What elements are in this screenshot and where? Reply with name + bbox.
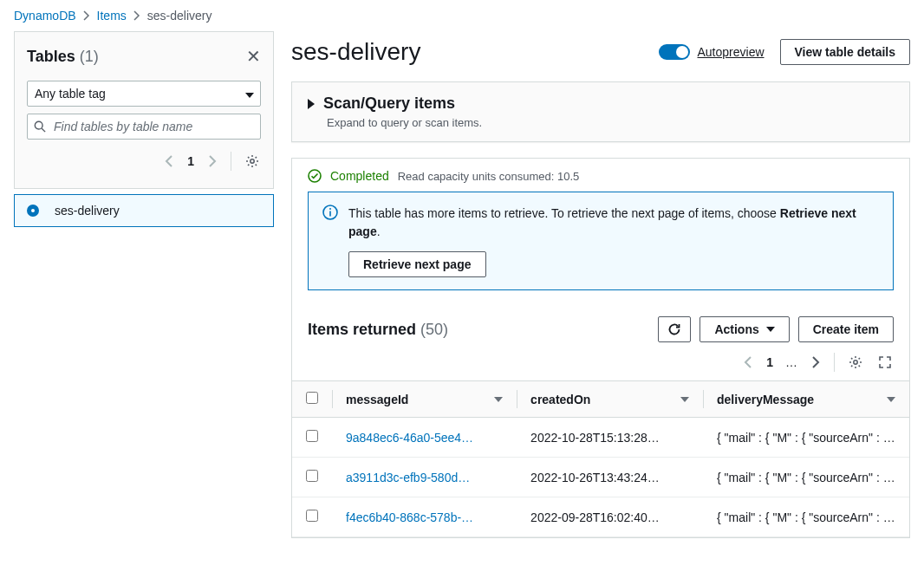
status-meta: Read capacity units consumed: 10.5 [398, 170, 580, 183]
delivery-message-cell: { "mail" : { "M" : { "sourceArn" : { "S"… [703, 497, 909, 537]
scan-query-panel[interactable]: Scan/Query items Expand to query or scan… [291, 81, 910, 142]
items-prev-button[interactable] [742, 354, 754, 370]
results-panel: Completed Read capacity units consumed: … [291, 158, 910, 538]
message-id-link[interactable]: a3911d3c-efb9-580d… [332, 458, 517, 497]
filter-icon[interactable] [494, 397, 503, 402]
created-on-cell: 2022-10-28T15:13:28… [517, 418, 703, 458]
gear-icon[interactable] [847, 354, 864, 371]
breadcrumb-current: ses-delivery [147, 9, 212, 23]
retrieve-next-page-button[interactable]: Retrieve next page [348, 251, 486, 277]
sidebar: Tables (1) ✕ Any table tag 1 s [14, 31, 274, 554]
table-row: 9a848ec6-46a0-5ee4… 2022-10-28T15:13:28…… [292, 418, 909, 458]
page-number: 1 [187, 154, 194, 168]
chevron-right-icon [133, 10, 140, 21]
row-checkbox[interactable] [306, 470, 318, 482]
filter-icon[interactable] [887, 397, 895, 402]
items-returned-title: Items returned (50) [308, 321, 448, 339]
col-message-id[interactable]: messageId [346, 393, 408, 406]
autopreview-toggle[interactable]: Autopreview [659, 44, 764, 60]
status-label: Completed [330, 169, 389, 183]
check-circle-icon [308, 169, 322, 183]
info-text: This table has more items to retrieve. T… [348, 205, 879, 241]
svg-point-0 [35, 121, 42, 129]
col-created-on[interactable]: createdOn [530, 393, 590, 406]
items-page-number: 1 [766, 355, 773, 369]
next-page-button[interactable] [206, 153, 218, 169]
row-checkbox[interactable] [306, 510, 318, 522]
chevron-right-icon [83, 10, 90, 21]
info-box: This table has more items to retrieve. T… [308, 192, 894, 290]
items-next-button[interactable] [810, 354, 822, 370]
svg-point-5 [329, 208, 331, 210]
radio-selected-icon [27, 205, 39, 217]
row-checkbox[interactable] [306, 430, 318, 442]
breadcrumb: DynamoDB Items ses-delivery [0, 0, 924, 31]
created-on-cell: 2022-09-28T16:02:40… [517, 497, 703, 537]
page-title: ses-delivery [291, 38, 420, 66]
create-item-button[interactable]: Create item [798, 316, 894, 342]
gear-icon[interactable] [244, 153, 261, 170]
col-delivery-message[interactable]: deliveryMessage [717, 393, 814, 406]
delivery-message-cell: { "mail" : { "M" : { "sourceArn" : { "S"… [703, 418, 909, 458]
table-item-label: ses-delivery [55, 204, 120, 218]
actions-dropdown[interactable]: Actions [700, 316, 789, 342]
svg-line-1 [42, 128, 45, 132]
created-on-cell: 2022-10-26T13:43:24… [517, 458, 703, 497]
breadcrumb-root[interactable]: DynamoDB [14, 9, 76, 23]
select-all-checkbox[interactable] [306, 392, 318, 404]
scan-query-title: Scan/Query items [323, 94, 455, 113]
close-icon[interactable]: ✕ [246, 46, 261, 67]
svg-point-7 [854, 361, 857, 364]
items-table: messageId createdOn deliveryMessage 9a84… [292, 380, 909, 537]
view-table-details-button[interactable]: View table details [780, 39, 910, 65]
delivery-message-cell: { "mail" : { "M" : { "sourceArn" : { "S"… [703, 458, 909, 497]
search-icon [34, 120, 46, 133]
info-icon [322, 205, 338, 277]
message-id-link[interactable]: f4ec6b40-868c-578b-… [332, 497, 517, 537]
table-row: f4ec6b40-868c-578b-… 2022-09-28T16:02:40… [292, 497, 909, 537]
prev-page-button[interactable] [163, 153, 175, 169]
svg-point-2 [251, 159, 254, 163]
table-tag-select[interactable]: Any table tag [27, 81, 261, 107]
svg-rect-6 [329, 211, 331, 217]
table-row: a3911d3c-efb9-580d… 2022-10-26T13:43:24…… [292, 458, 909, 497]
scan-query-subtitle: Expand to query or scan items. [327, 116, 894, 129]
table-item-ses-delivery[interactable]: ses-delivery [14, 194, 274, 227]
message-id-link[interactable]: 9a848ec6-46a0-5ee4… [332, 418, 517, 458]
sidebar-title: Tables (1) [27, 48, 99, 66]
table-search-input[interactable] [27, 114, 261, 140]
expand-icon [308, 99, 315, 109]
main: ses-delivery Autopreview View table deta… [291, 31, 910, 554]
breadcrumb-items[interactable]: Items [97, 9, 127, 23]
fullscreen-icon[interactable] [876, 354, 894, 371]
refresh-button[interactable] [658, 316, 691, 342]
filter-icon[interactable] [680, 397, 689, 402]
pager-ellipsis: … [785, 355, 797, 369]
